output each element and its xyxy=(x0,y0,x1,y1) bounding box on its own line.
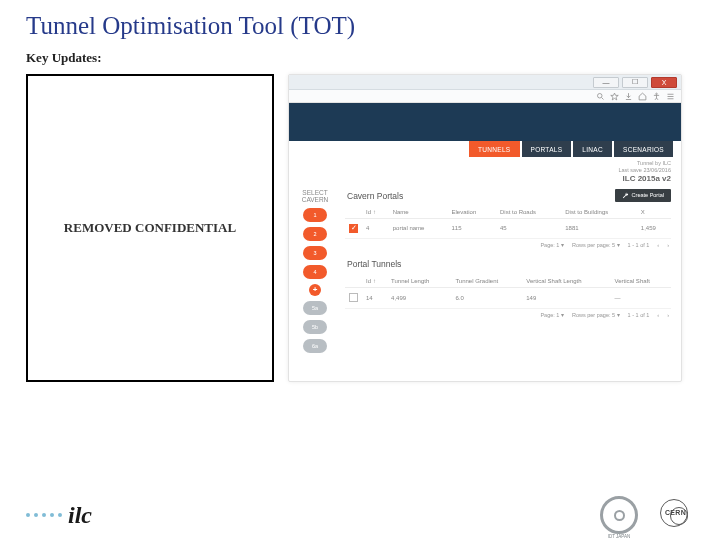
main-tabs: TUNNELS PORTALS LINAC SCENARIOS xyxy=(289,141,681,157)
tab-scenarios[interactable]: SCENARIOS xyxy=(614,141,673,157)
select-cavern-label: SELECT CAVERN xyxy=(295,189,335,203)
tcell-vshaft: — xyxy=(611,287,671,308)
project-meta: Tunnel by ILC Last save 23/06/2016 ILC 2… xyxy=(289,157,681,185)
slide-title: Tunnel Optimisation Tool (TOT) xyxy=(26,12,700,40)
tcell-vshaft-len: 149 xyxy=(522,287,610,308)
tab-tunnels[interactable]: TUNNELS xyxy=(469,141,519,157)
footer-dots-icon xyxy=(26,513,62,517)
tcell-length: 4,499 xyxy=(387,287,451,308)
cavern-chip-2[interactable]: 2 xyxy=(303,227,327,241)
window-maximize-button[interactable]: ☐ xyxy=(622,77,648,88)
cavern-select-column: SELECT CAVERN 1 2 3 4 + 5a 5b 6a xyxy=(295,189,335,381)
pager-prev[interactable]: ‹ xyxy=(657,242,659,248)
last-save: Last save 23/06/2016 xyxy=(289,167,671,174)
tool-name: Tunnel by ILC xyxy=(289,160,671,167)
table-row[interactable]: 14 4,499 6.0 149 — xyxy=(345,287,671,308)
window-minimize-button[interactable]: — xyxy=(593,77,619,88)
add-cavern-button[interactable]: + xyxy=(309,284,321,296)
download-icon[interactable] xyxy=(624,92,633,101)
col-dist-buildings[interactable]: Dist to Buildings xyxy=(561,206,637,219)
tunnels-table: Id↑ Tunnel Length Tunnel Gradient Vertic… xyxy=(345,275,671,309)
tcell-id: 14 xyxy=(362,287,387,308)
cell-name: portal name xyxy=(389,218,448,238)
home-icon[interactable] xyxy=(638,92,647,101)
tcol-length[interactable]: Tunnel Length xyxy=(387,275,451,288)
tcol-vshaft[interactable]: Vertical Shaft xyxy=(611,275,671,288)
pager-page[interactable]: Page: 1 ▾ xyxy=(540,312,564,318)
pager-rpp[interactable]: Rows per page: 5 ▾ xyxy=(572,312,620,318)
star-icon[interactable] xyxy=(610,92,619,101)
col-dist-roads[interactable]: Dist to Roads xyxy=(496,206,561,219)
cell-id: 4 xyxy=(362,218,389,238)
redacted-panel: REMOVED CONFIDENTIAL xyxy=(26,74,274,382)
accessibility-icon[interactable] xyxy=(652,92,661,101)
svg-marker-2 xyxy=(611,93,619,100)
window-close-button[interactable]: X xyxy=(651,77,677,88)
window-titlebar: — ☐ X xyxy=(289,75,681,90)
col-x: X xyxy=(637,206,671,219)
table-row[interactable]: ✓ 4 portal name 115 45 1881 1,459 xyxy=(345,218,671,238)
col-elevation[interactable]: Elevation xyxy=(448,206,496,219)
row-checkbox[interactable] xyxy=(349,293,358,302)
cell-buildings: 1881 xyxy=(561,218,637,238)
tunnels-pager: Page: 1 ▾ Rows per page: 5 ▾ 1 - 1 of 1 … xyxy=(345,309,671,321)
tcol-vshaft-len[interactable]: Vertical Shaft Length xyxy=(522,275,610,288)
tcol-gradient[interactable]: Tunnel Gradient xyxy=(451,275,522,288)
redacted-text: REMOVED CONFIDENTIAL xyxy=(64,220,236,236)
project-name: ILC 2015a v2 xyxy=(289,174,671,184)
app-banner xyxy=(289,103,681,141)
cavern-chip-1[interactable]: 1 xyxy=(303,208,327,222)
tcol-id[interactable]: Id↑ xyxy=(362,275,387,288)
row-checkbox[interactable]: ✓ xyxy=(349,224,358,233)
svg-point-0 xyxy=(598,93,603,98)
cell-elevation: 115 xyxy=(448,218,496,238)
tot-app-window: — ☐ X TUNNELS PORTALS LINAC SCENARIOS Tu… xyxy=(288,74,682,382)
pager-range: 1 - 1 of 1 xyxy=(628,242,650,248)
pager-range: 1 - 1 of 1 xyxy=(628,312,650,318)
idt-japan-logo: IDT JAPAN xyxy=(600,496,638,534)
cern-logo: CERN xyxy=(658,497,694,533)
cell-x: 1,459 xyxy=(637,218,671,238)
create-portal-button[interactable]: Create Portal xyxy=(615,189,671,202)
wrench-icon xyxy=(622,192,629,199)
portals-pager: Page: 1 ▾ Rows per page: 5 ▾ 1 - 1 of 1 … xyxy=(345,239,671,251)
pager-next[interactable]: › xyxy=(667,242,669,248)
browser-toolbar xyxy=(289,90,681,103)
col-id[interactable]: Id↑ xyxy=(362,206,389,219)
tab-linac[interactable]: LINAC xyxy=(573,141,612,157)
slide-footer: ilc IDT JAPAN CERN xyxy=(0,496,720,534)
svg-point-3 xyxy=(656,93,658,95)
key-updates-label: Key Updates: xyxy=(26,50,700,66)
pager-prev[interactable]: ‹ xyxy=(657,312,659,318)
col-name[interactable]: Name xyxy=(389,206,448,219)
cavern-chip-4[interactable]: 4 xyxy=(303,265,327,279)
pager-next[interactable]: › xyxy=(667,312,669,318)
cell-roads: 45 xyxy=(496,218,561,238)
portal-tunnels-title: Portal Tunnels xyxy=(345,257,671,275)
cavern-chip-5b[interactable]: 5b xyxy=(303,320,327,334)
cavern-chip-3[interactable]: 3 xyxy=(303,246,327,260)
tcell-gradient: 6.0 xyxy=(451,287,522,308)
menu-icon[interactable] xyxy=(666,92,675,101)
pager-rpp[interactable]: Rows per page: 5 ▾ xyxy=(572,242,620,248)
cavern-chip-6a[interactable]: 6a xyxy=(303,339,327,353)
cavern-chip-5a[interactable]: 5a xyxy=(303,301,327,315)
pager-page[interactable]: Page: 1 ▾ xyxy=(540,242,564,248)
ilc-logo: ilc xyxy=(68,502,92,529)
tab-portals[interactable]: PORTALS xyxy=(522,141,572,157)
search-icon[interactable] xyxy=(596,92,605,101)
portals-table: Id↑ Name Elevation Dist to Roads Dist to… xyxy=(345,206,671,239)
create-portal-label: Create Portal xyxy=(632,192,664,198)
svg-line-1 xyxy=(602,97,604,99)
